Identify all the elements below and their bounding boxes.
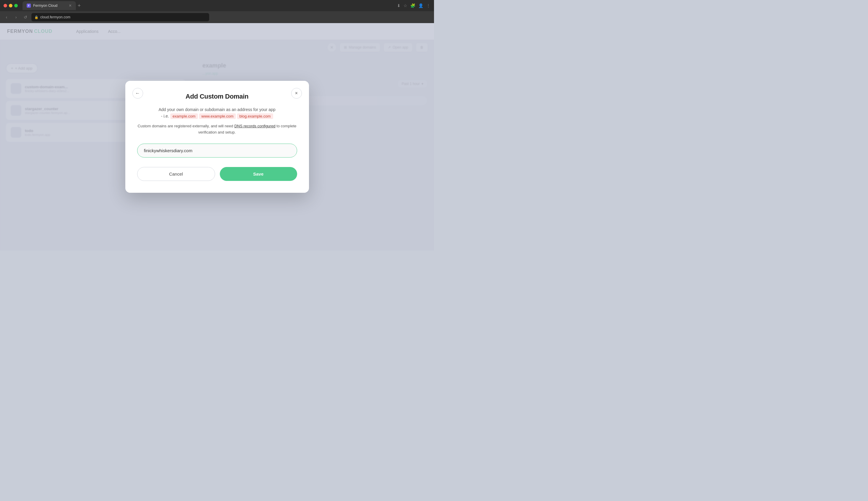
new-tab-button[interactable]: +	[78, 3, 81, 9]
cancel-button[interactable]: Cancel	[137, 167, 215, 181]
traffic-lights	[3, 4, 18, 8]
modal-back-button[interactable]: ←	[133, 88, 143, 99]
menu-icon[interactable]: ⋮	[426, 3, 431, 8]
browser-chrome: F Fermyon Cloud ✕ + ⬇ ☆ 🧩 👤 ⋮	[0, 0, 434, 11]
modal-overlay: ← × Add Custom Domain Add your own domai…	[0, 23, 434, 250]
modal-title: Add Custom Domain	[137, 93, 297, 100]
add-custom-domain-modal: ← × Add Custom Domain Add your own domai…	[125, 81, 309, 193]
modal-description: Add your own domain or subdomain as an a…	[137, 106, 297, 120]
address-bar-row: ‹ › ↺ 🔒 cloud.fermyon.com	[0, 11, 434, 23]
modal-actions: Cancel Save	[137, 167, 297, 181]
save-button[interactable]: Save	[220, 167, 297, 181]
close-x-icon: ×	[295, 90, 298, 96]
profile-icon[interactable]: 👤	[418, 3, 423, 8]
address-bar[interactable]: 🔒 cloud.fermyon.com	[31, 13, 209, 21]
minimize-traffic-light[interactable]	[9, 4, 12, 8]
close-traffic-light[interactable]	[3, 4, 7, 8]
back-arrow-icon: ←	[135, 90, 140, 96]
forward-button[interactable]: ›	[12, 14, 20, 21]
lock-icon: 🔒	[34, 15, 39, 19]
back-button[interactable]: ‹	[3, 14, 10, 21]
tab-bar: F Fermyon Cloud ✕ +	[22, 1, 395, 10]
domain-input[interactable]	[137, 143, 297, 158]
modal-dns-note: Custom domains are registered externally…	[137, 123, 297, 136]
extensions-icon[interactable]: 🧩	[410, 3, 415, 8]
modal-close-button[interactable]: ×	[291, 88, 302, 99]
star-icon[interactable]: ☆	[403, 3, 407, 8]
download-icon[interactable]: ⬇	[397, 3, 401, 8]
tab-title: Fermyon Cloud	[33, 3, 66, 8]
dns-records-link[interactable]: DNS records configured	[234, 124, 275, 128]
active-tab[interactable]: F Fermyon Cloud ✕	[22, 1, 76, 10]
address-text: cloud.fermyon.com	[40, 15, 70, 19]
example-domain-2: www.example.com	[199, 114, 236, 119]
app-content: FERMYON CLOUD Applications Acco... ✕ ⊞ M…	[0, 23, 434, 250]
maximize-traffic-light[interactable]	[14, 4, 18, 8]
tab-favicon: F	[27, 3, 31, 8]
browser-actions: ⬇ ☆ 🧩 👤 ⋮	[397, 3, 431, 8]
example-domain-1: example.com	[170, 114, 198, 119]
tab-close-button[interactable]: ✕	[69, 3, 72, 8]
example-domain-3: blog.example.com	[237, 114, 273, 119]
refresh-button[interactable]: ↺	[22, 14, 29, 21]
